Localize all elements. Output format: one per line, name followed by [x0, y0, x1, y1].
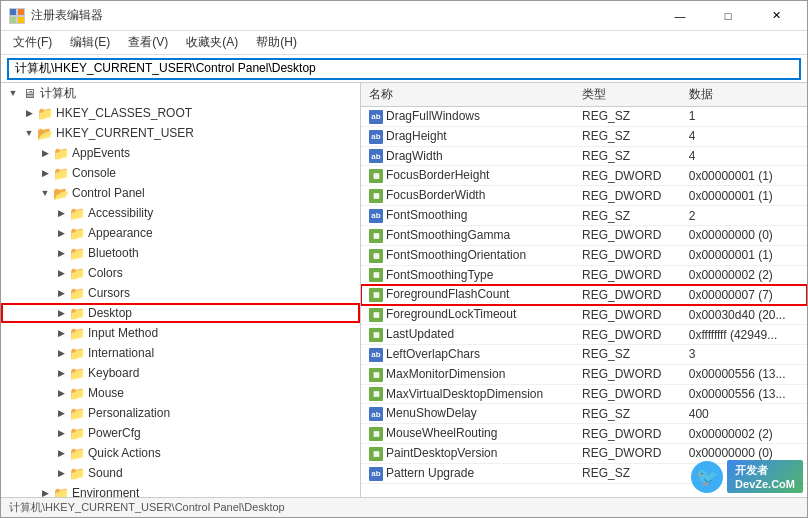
- expand-icon: ▶: [53, 405, 69, 421]
- reg-bin-icon: ▦: [369, 387, 383, 401]
- table-row[interactable]: abDragWidth REG_SZ 4: [361, 146, 807, 166]
- reg-name: abMenuShowDelay: [361, 404, 574, 424]
- menu-bar: 文件(F) 编辑(E) 查看(V) 收藏夹(A) 帮助(H): [1, 31, 807, 55]
- reg-type: REG_DWORD: [574, 285, 681, 305]
- tree-label-sound: Sound: [88, 466, 123, 480]
- expand-icon: ▶: [53, 325, 69, 341]
- tree-item-appearance[interactable]: ▶ 📁 Appearance: [1, 223, 360, 243]
- address-input[interactable]: [7, 58, 801, 80]
- tree-label-international: International: [88, 346, 154, 360]
- table-row[interactable]: ▦ForegroundFlashCount REG_DWORD 0x000000…: [361, 285, 807, 305]
- reg-name: ▦FocusBorderHeight: [361, 166, 574, 186]
- tree-item-console[interactable]: ▶ 📁 Console: [1, 163, 360, 183]
- folder-icon: 📁: [37, 105, 53, 121]
- tree-item-cursors[interactable]: ▶ 📁 Cursors: [1, 283, 360, 303]
- tree-item-environment[interactable]: ▶ 📁 Environment: [1, 483, 360, 497]
- table-row[interactable]: abFontSmoothing REG_SZ 2: [361, 206, 807, 226]
- table-row[interactable]: abMenuShowDelay REG_SZ 400: [361, 404, 807, 424]
- registry-table: 名称 类型 数据 abDragFullWindows REG_SZ 1 abDr…: [361, 83, 807, 484]
- table-row[interactable]: ▦MaxMonitorDimension REG_DWORD 0x0000055…: [361, 364, 807, 384]
- expand-icon: ▶: [53, 425, 69, 441]
- folder-icon: 📁: [53, 485, 69, 497]
- minimize-button[interactable]: —: [657, 1, 703, 31]
- menu-help[interactable]: 帮助(H): [248, 32, 305, 53]
- reg-bin-icon: ▦: [369, 268, 383, 282]
- tree-item-appevents[interactable]: ▶ 📁 AppEvents: [1, 143, 360, 163]
- menu-edit[interactable]: 编辑(E): [62, 32, 118, 53]
- title-bar: 注册表编辑器 — □ ✕: [1, 1, 807, 31]
- tree-item-mouse[interactable]: ▶ 📁 Mouse: [1, 383, 360, 403]
- tree-label-control-panel: Control Panel: [72, 186, 145, 200]
- reg-data: 0x00000000 (0): [681, 225, 807, 245]
- menu-view[interactable]: 查看(V): [120, 32, 176, 53]
- tree-label-keyboard: Keyboard: [88, 366, 139, 380]
- reg-data: 0x00000007 (7): [681, 285, 807, 305]
- expand-icon: ▶: [37, 145, 53, 161]
- expand-icon: ▼: [5, 85, 21, 101]
- folder-icon: 📁: [69, 265, 85, 281]
- tree-item-sound[interactable]: ▶ 📁 Sound: [1, 463, 360, 483]
- table-row[interactable]: ▦FocusBorderHeight REG_DWORD 0x00000001 …: [361, 166, 807, 186]
- tree-item-keyboard[interactable]: ▶ 📁 Keyboard: [1, 363, 360, 383]
- table-row[interactable]: ▦MaxVirtualDesktopDimension REG_DWORD 0x…: [361, 384, 807, 404]
- menu-favorites[interactable]: 收藏夹(A): [178, 32, 246, 53]
- reg-name: abPattern Upgrade: [361, 463, 574, 483]
- table-row[interactable]: ▦FontSmoothingOrientation REG_DWORD 0x00…: [361, 245, 807, 265]
- table-row[interactable]: ▦ForegroundLockTimeout REG_DWORD 0x00030…: [361, 305, 807, 325]
- reg-type: REG_DWORD: [574, 364, 681, 384]
- folder-icon: 📁: [69, 365, 85, 381]
- reg-bin-icon: ▦: [369, 447, 383, 461]
- expand-icon: ▶: [53, 345, 69, 361]
- maximize-button[interactable]: □: [705, 1, 751, 31]
- folder-icon: 📁: [69, 205, 85, 221]
- expand-icon: ▶: [53, 205, 69, 221]
- tree-item-bluetooth[interactable]: ▶ 📁 Bluetooth: [1, 243, 360, 263]
- tree-item-classes-root[interactable]: ▶ 📁 HKEY_CLASSES_ROOT: [1, 103, 360, 123]
- tree-label-environment: Environment: [72, 486, 139, 497]
- expand-icon: ▼: [37, 185, 53, 201]
- tree-item-computer[interactable]: ▼ 🖥 计算机: [1, 83, 360, 103]
- reg-bin-icon: ▦: [369, 427, 383, 441]
- table-row[interactable]: abDragFullWindows REG_SZ 1: [361, 107, 807, 127]
- tree-item-international[interactable]: ▶ 📁 International: [1, 343, 360, 363]
- reg-bin-icon: ▦: [369, 328, 383, 342]
- tree-item-input-method[interactable]: ▶ 📁 Input Method: [1, 323, 360, 343]
- reg-name: abFontSmoothing: [361, 206, 574, 226]
- tree-item-accessibility[interactable]: ▶ 📁 Accessibility: [1, 203, 360, 223]
- tree-item-desktop[interactable]: ▶ 📁 Desktop: [1, 303, 360, 323]
- close-button[interactable]: ✕: [753, 1, 799, 31]
- expand-icon: ▶: [53, 465, 69, 481]
- table-row[interactable]: ▦LastUpdated REG_DWORD 0xffffffff (42949…: [361, 325, 807, 345]
- reg-name: ▦MaxMonitorDimension: [361, 364, 574, 384]
- folder-icon: 📁: [69, 305, 85, 321]
- expand-icon: ▶: [21, 105, 37, 121]
- tree-item-control-panel[interactable]: ▼ 📂 Control Panel: [1, 183, 360, 203]
- col-header-name: 名称: [361, 83, 574, 107]
- reg-name: ▦FontSmoothingOrientation: [361, 245, 574, 265]
- reg-ab-icon: ab: [369, 348, 383, 362]
- reg-bin-icon: ▦: [369, 249, 383, 263]
- menu-file[interactable]: 文件(F): [5, 32, 60, 53]
- tree-item-quick-actions[interactable]: ▶ 📁 Quick Actions: [1, 443, 360, 463]
- reg-data: 4: [681, 146, 807, 166]
- reg-type: REG_DWORD: [574, 186, 681, 206]
- folder-open-icon: 📂: [53, 185, 69, 201]
- reg-bin-icon: ▦: [369, 368, 383, 382]
- table-row[interactable]: ▦FontSmoothingGamma REG_DWORD 0x00000000…: [361, 225, 807, 245]
- table-row[interactable]: abLeftOverlapChars REG_SZ 3: [361, 344, 807, 364]
- tree-item-personalization[interactable]: ▶ 📁 Personalization: [1, 403, 360, 423]
- tree-item-powercfg[interactable]: ▶ 📁 PowerCfg: [1, 423, 360, 443]
- reg-data: 0x00000556 (13...: [681, 364, 807, 384]
- tree-item-colors[interactable]: ▶ 📁 Colors: [1, 263, 360, 283]
- table-row[interactable]: ▦FocusBorderWidth REG_DWORD 0x00000001 (…: [361, 186, 807, 206]
- expand-icon: ▶: [53, 365, 69, 381]
- table-row[interactable]: ▦MouseWheelRouting REG_DWORD 0x00000002 …: [361, 424, 807, 444]
- tree-item-current-user[interactable]: ▼ 📂 HKEY_CURRENT_USER: [1, 123, 360, 143]
- reg-name: ▦MouseWheelRouting: [361, 424, 574, 444]
- table-row[interactable]: abDragHeight REG_SZ 4: [361, 126, 807, 146]
- table-row[interactable]: ▦FontSmoothingType REG_DWORD 0x00000002 …: [361, 265, 807, 285]
- reg-name: ▦ForegroundFlashCount: [361, 285, 574, 305]
- tree-label-personalization: Personalization: [88, 406, 170, 420]
- folder-icon: 📁: [69, 385, 85, 401]
- address-bar: [1, 55, 807, 83]
